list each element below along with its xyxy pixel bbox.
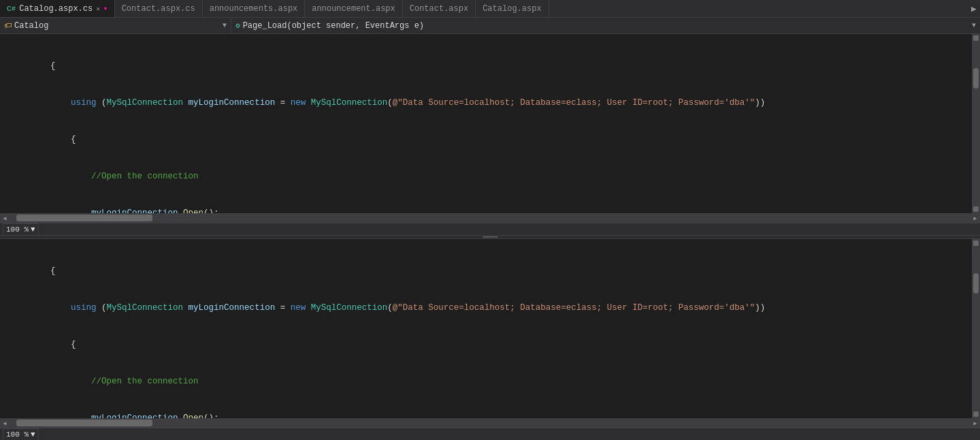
- code-line: //Open the connection: [27, 170, 972, 183]
- scrollbar-thumb[interactable]: [973, 68, 979, 89]
- class-dropdown-label: Catalog: [14, 21, 220, 31]
- code-line: using (MySqlConnection myLoginConnection…: [27, 97, 972, 109]
- tab-announcement-aspx[interactable]: announcement.aspx: [305, 0, 402, 17]
- top-code-content[interactable]: { using (MySqlConnection myLoginConnecti…: [27, 34, 972, 213]
- h-scroll-left-btn-bottom[interactable]: ◀: [0, 418, 10, 428]
- tab-bar: C# Catalog.aspx.cs ✕ ● Contact.aspx.cs a…: [0, 0, 980, 18]
- pane-wrapper: { using (MySqlConnection myLoginConnecti…: [0, 34, 980, 440]
- top-pane: { using (MySqlConnection myLoginConnecti…: [0, 34, 980, 235]
- tab-contact-aspx-cs[interactable]: Contact.aspx.cs: [115, 0, 203, 17]
- top-line-numbers: [0, 34, 27, 213]
- tab-catalog-aspx[interactable]: Catalog.aspx: [476, 0, 549, 17]
- top-scrollbar-v[interactable]: [972, 34, 980, 213]
- method-dropdown[interactable]: ⚙ Page_Load(object sender, EventArgs e) …: [231, 18, 980, 33]
- tab-scroll-right[interactable]: ▶: [968, 0, 980, 18]
- method-dropdown-arrow: ▼: [972, 22, 976, 29]
- dropdown-bar: 🏷 Catalog ▼ ⚙ Page_Load(object sender, E…: [0, 18, 980, 34]
- scrollbar-thumb[interactable]: [973, 273, 979, 294]
- code-line: myLoginConnection.Open();: [27, 207, 972, 213]
- bottom-zoom-bar: 100 % ▼: [0, 428, 980, 440]
- class-dropdown[interactable]: 🏷 Catalog ▼: [0, 18, 231, 33]
- h-scroll-thumb-bottom[interactable]: [16, 420, 152, 426]
- zoom-selector-top[interactable]: 100 % ▼: [3, 223, 39, 236]
- tab-catalog-aspx-cs[interactable]: C# Catalog.aspx.cs ✕ ●: [0, 0, 115, 17]
- zoom-arrow-bottom: ▼: [31, 430, 35, 439]
- catalog-icon: 🏷: [4, 21, 12, 30]
- tab-label-announcement: announcement.aspx: [312, 4, 395, 14]
- method-dropdown-label: Page_Load(object sender, EventArgs e): [243, 21, 969, 31]
- tab-announcements-aspx[interactable]: announcements.aspx: [203, 0, 306, 17]
- zoom-value-top: 100 %: [6, 225, 29, 234]
- top-scrollbar-h[interactable]: ◀ ▶: [0, 213, 980, 223]
- code-line: myLoginConnection.Open();: [27, 412, 972, 418]
- tab-label-catalog: Catalog.aspx: [483, 4, 541, 14]
- scrollbar-up-btn[interactable]: [973, 35, 979, 41]
- tab-contact-aspx[interactable]: Contact.aspx: [403, 0, 476, 17]
- class-dropdown-arrow: ▼: [223, 22, 227, 29]
- code-line: //Open the connection: [27, 375, 972, 388]
- tab-label-announcements: announcements.aspx: [210, 4, 298, 14]
- tab-label-contact-cs: Contact.aspx.cs: [122, 4, 195, 14]
- zoom-arrow-top: ▼: [31, 225, 35, 234]
- top-code-area: { using (MySqlConnection myLoginConnecti…: [0, 34, 980, 213]
- h-scroll-left-btn[interactable]: ◀: [0, 213, 10, 223]
- h-scroll-right-btn-bottom[interactable]: ▶: [970, 418, 980, 428]
- tab-icon-cs: C#: [7, 5, 16, 13]
- zoom-selector-bottom[interactable]: 100 % ▼: [3, 428, 39, 441]
- scrollbar-up-btn[interactable]: [973, 240, 979, 246]
- bottom-pane: { using (MySqlConnection myLoginConnecti…: [0, 239, 980, 440]
- bottom-scrollbar-v[interactable]: [972, 239, 980, 418]
- scrollbar-down-btn[interactable]: [973, 206, 979, 212]
- code-line: {: [27, 133, 972, 146]
- h-scroll-thumb[interactable]: [16, 215, 152, 221]
- code-line: using (MySqlConnection myLoginConnection…: [27, 302, 972, 314]
- code-line: {: [27, 60, 972, 72]
- bottom-line-numbers: [0, 239, 27, 418]
- tab-label-contact: Contact.aspx: [410, 4, 468, 14]
- h-scroll-track-bottom[interactable]: [10, 418, 970, 428]
- bottom-code-content[interactable]: { using (MySqlConnection myLoginConnecti…: [27, 239, 972, 418]
- h-scroll-track[interactable]: [10, 213, 970, 223]
- modified-indicator: ●: [103, 5, 107, 12]
- tab-label-catalog-cs: Catalog.aspx.cs: [19, 4, 93, 14]
- method-icon: ⚙: [235, 21, 240, 30]
- tab-close-catalog-cs[interactable]: ✕: [96, 5, 100, 13]
- scrollbar-down-btn[interactable]: [973, 411, 979, 417]
- code-line: {: [27, 265, 972, 277]
- code-line: {: [27, 339, 972, 351]
- bottom-scrollbar-h[interactable]: ◀ ▶: [0, 418, 980, 428]
- bottom-code-area: { using (MySqlConnection myLoginConnecti…: [0, 239, 980, 418]
- zoom-value-bottom: 100 %: [6, 430, 29, 439]
- h-scroll-right-btn[interactable]: ▶: [970, 213, 980, 223]
